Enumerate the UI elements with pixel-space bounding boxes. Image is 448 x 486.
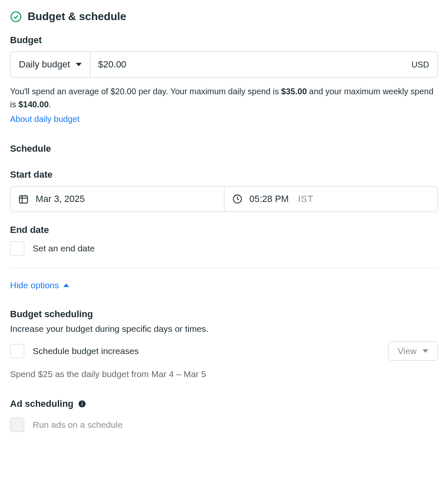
budget-scheduling-label: Budget scheduling (10, 309, 438, 320)
hide-options-label: Hide options (10, 280, 59, 290)
svg-rect-8 (82, 403, 82, 406)
end-date-label: End date (10, 225, 438, 235)
run-ads-checkbox-row: Run ads on a schedule (10, 418, 438, 432)
budget-type-select[interactable]: Daily budget (10, 52, 90, 77)
start-time-value: 05:28 PM (250, 194, 289, 204)
svg-point-0 (11, 12, 21, 21)
schedule-increases-checkbox[interactable] (10, 344, 24, 358)
start-date-label: Start date (10, 169, 438, 180)
budget-scheduling-desc: Increase your budget during specific day… (10, 324, 438, 334)
section-header: Budget & schedule (10, 10, 438, 23)
budget-scheduling-block: Budget scheduling Increase your budget d… (10, 309, 438, 379)
helper-prefix: You'll spend an average of $20.00 per da… (10, 87, 281, 96)
schedule-increases-label: Schedule budget increases (33, 346, 139, 356)
section-title: Budget & schedule (28, 10, 126, 23)
about-daily-budget-link[interactable]: About daily budget (10, 114, 80, 124)
chevron-down-icon (76, 63, 82, 66)
set-end-date-label: Set an end date (33, 243, 95, 253)
hide-options-toggle[interactable]: Hide options (10, 280, 438, 290)
start-date-block: Start date Mar 3, 2025 05:28 PM IST (10, 169, 438, 212)
info-icon[interactable] (78, 400, 86, 408)
view-button-label: View (398, 346, 417, 356)
divider (10, 268, 438, 269)
helper-max-daily: $35.00 (281, 87, 307, 96)
end-date-checkbox-row: Set an end date (10, 241, 438, 256)
helper-suffix: . (49, 100, 51, 109)
budget-helper-text: You'll spend an average of $20.00 per da… (10, 85, 438, 111)
ad-scheduling-label: Ad scheduling (10, 398, 74, 409)
view-button[interactable]: View (388, 341, 438, 361)
svg-point-9 (81, 402, 82, 403)
budget-amount-input[interactable] (90, 52, 403, 77)
ad-scheduling-header: Ad scheduling (10, 398, 438, 409)
calendar-icon (18, 194, 29, 204)
budget-currency: USD (403, 52, 438, 77)
budget-scheduling-footnote: Spend $25 as the daily budget from Mar 4… (10, 369, 438, 379)
start-time-input[interactable]: 05:28 PM IST (224, 186, 438, 212)
svg-rect-1 (19, 196, 28, 203)
clock-icon (232, 194, 243, 204)
budget-row: Daily budget USD (10, 52, 438, 78)
start-date-value: Mar 3, 2025 (36, 194, 85, 204)
budget-label: Budget (10, 35, 438, 46)
check-circle-icon (10, 11, 22, 23)
budget-type-label: Daily budget (19, 59, 70, 70)
budget-block: Budget Daily budget USD You'll spend an … (10, 35, 438, 124)
start-datetime-row: Mar 3, 2025 05:28 PM IST (10, 186, 438, 212)
chevron-down-icon (422, 349, 428, 353)
start-date-input[interactable]: Mar 3, 2025 (10, 186, 224, 212)
end-date-block: End date Set an end date (10, 225, 438, 256)
set-end-date-checkbox[interactable] (10, 241, 24, 256)
run-ads-checkbox (10, 418, 24, 432)
chevron-up-icon (63, 284, 69, 287)
timezone-label: IST (298, 194, 314, 204)
schedule-label: Schedule (10, 143, 438, 154)
schedule-increases-checkbox-row: Schedule budget increases (10, 344, 139, 358)
budget-scheduling-row: Schedule budget increases View (10, 341, 438, 361)
run-ads-label: Run ads on a schedule (33, 420, 123, 430)
helper-max-weekly: $140.00 (18, 100, 49, 109)
